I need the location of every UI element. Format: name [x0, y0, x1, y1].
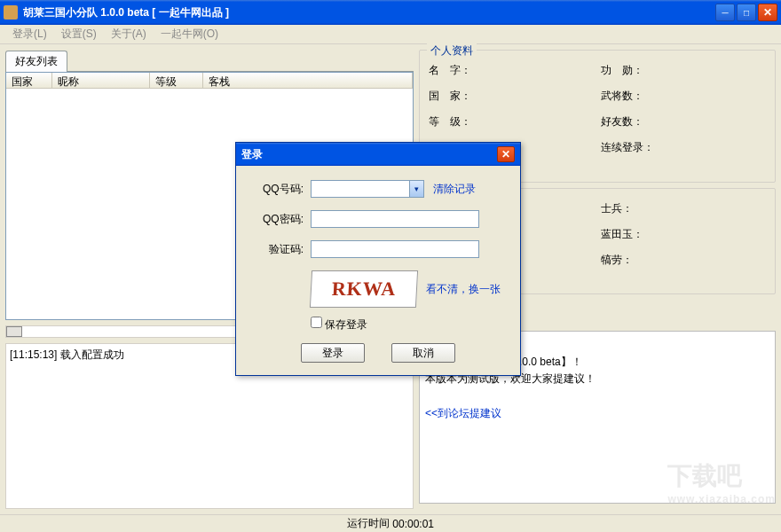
col-level[interactable]: 等级	[150, 73, 203, 88]
captcha-input[interactable]	[311, 240, 479, 258]
window-title: 胡莱三国小分队 1.0.0 beta [ 一起牛网出品 ]	[23, 5, 715, 20]
captcha-refresh-link[interactable]: 看不清，换一张	[426, 282, 501, 297]
dialog-title: 登录	[241, 147, 497, 162]
kv-reward: 犒劳：	[601, 253, 766, 268]
kv-soldier: 士兵：	[601, 201, 766, 216]
menu-login[interactable]: 登录(L)	[5, 25, 54, 43]
statusbar: 运行时间 00:00:01	[0, 514, 781, 532]
col-nickname[interactable]: 昵称	[52, 73, 150, 88]
kv-friends: 好友数：	[601, 114, 766, 129]
kv-generals: 武将数：	[601, 89, 766, 104]
forum-link[interactable]: <<到论坛提建议	[425, 407, 501, 419]
kv-jade: 蓝田玉：	[601, 227, 766, 242]
cancel-button[interactable]: 取消	[391, 343, 455, 363]
login-dialog: 登录 ✕ QQ号码: ▾ 清除记录 QQ密码: 验证码: RKWA 看不清，换一…	[235, 142, 521, 376]
dialog-close-button[interactable]: ✕	[497, 146, 515, 162]
runtime-label: 运行时间	[347, 516, 390, 531]
dialog-titlebar: 登录 ✕	[236, 143, 520, 166]
pwd-label: QQ密码:	[248, 212, 304, 227]
menu-settings[interactable]: 设置(S)	[54, 25, 104, 43]
clear-history-link[interactable]: 清除记录	[433, 182, 476, 197]
runtime-value: 00:00:01	[392, 518, 434, 530]
password-input[interactable]	[311, 210, 479, 228]
maximize-button[interactable]: □	[737, 4, 756, 21]
col-inn[interactable]: 客栈	[203, 73, 413, 88]
kv-streak: 连续登录：	[601, 140, 766, 155]
listview-header: 国家 昵称 等级 客栈	[6, 73, 413, 89]
profile-legend: 个人资料	[427, 43, 477, 59]
col-country[interactable]: 国家	[6, 73, 52, 88]
kv-country: 国 家：	[429, 89, 594, 104]
kv-gongxun: 功 勋：	[601, 63, 766, 78]
close-button[interactable]: ✕	[758, 4, 777, 21]
chevron-down-icon[interactable]: ▾	[409, 181, 423, 197]
captcha-image: RKWA	[310, 270, 418, 308]
save-login-label[interactable]: 保存登录	[311, 318, 367, 331]
menu-site[interactable]: 一起牛网(O)	[154, 25, 225, 43]
save-login-text: 保存登录	[325, 318, 367, 331]
qq-label: QQ号码:	[248, 182, 304, 197]
kv-name: 名 字：	[429, 63, 594, 78]
titlebar: 胡莱三国小分队 1.0.0 beta [ 一起牛网出品 ] ─ □ ✕	[0, 0, 781, 25]
tab-friends[interactable]: 好友列表	[5, 51, 67, 72]
login-button[interactable]: 登录	[301, 343, 365, 363]
kv-level: 等 级：	[429, 114, 594, 129]
scrollbar-thumb[interactable]	[6, 326, 22, 337]
app-icon	[4, 5, 18, 20]
captcha-label: 验证码:	[248, 242, 304, 257]
qq-combobox[interactable]: ▾	[311, 180, 424, 198]
friends-tabbar: 好友列表	[5, 50, 414, 72]
save-login-checkbox[interactable]	[311, 317, 322, 328]
menubar: 登录(L) 设置(S) 关于(A) 一起牛网(O)	[0, 25, 781, 44]
menu-about[interactable]: 关于(A)	[104, 25, 154, 43]
minimize-button[interactable]: ─	[715, 4, 735, 21]
